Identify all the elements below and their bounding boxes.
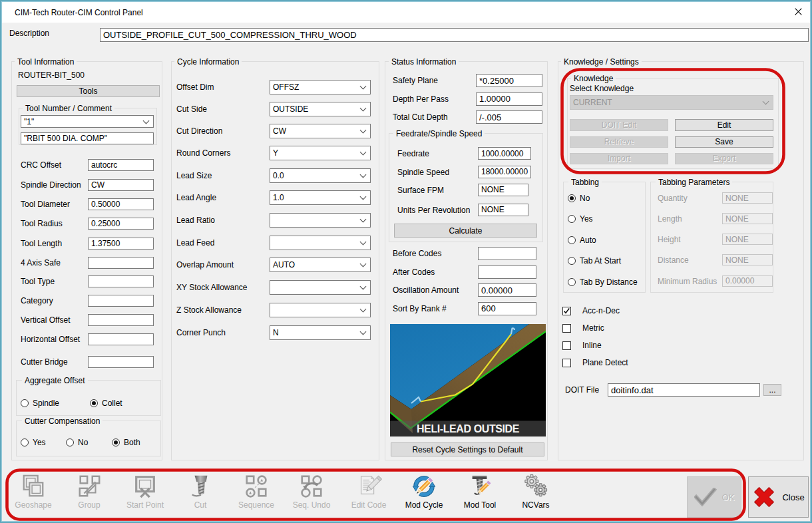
cycle-row-3-combo[interactable]: Y bbox=[270, 146, 371, 160]
knowledge-button-1[interactable]: Edit bbox=[675, 119, 773, 131]
chevron-down-icon bbox=[143, 117, 150, 124]
toolbar-item-sequence[interactable]: Sequence bbox=[228, 474, 284, 515]
tool-row-4-label: Tool Length bbox=[21, 239, 62, 248]
toolbar-item-mod-tool[interactable]: Mod Tool bbox=[452, 474, 508, 515]
status-bottom-2-input[interactable] bbox=[478, 283, 536, 297]
cycle-row-9-combo[interactable] bbox=[270, 280, 371, 295]
status-bottom-1-label: After Codes bbox=[393, 267, 435, 277]
knowledge-button-3[interactable]: Save bbox=[675, 136, 773, 148]
check-icon bbox=[562, 307, 571, 315]
tabbing-param-1-input[interactable] bbox=[722, 213, 773, 224]
tool-comment-input[interactable] bbox=[21, 132, 154, 144]
window-close-button[interactable] bbox=[790, 3, 806, 19]
cycle-row-4-label: Lead Size bbox=[176, 171, 212, 180]
status-top-1-input[interactable] bbox=[476, 92, 542, 106]
toolbar-item-seq-undo[interactable]: Seq. Undo bbox=[284, 474, 339, 515]
radio-no[interactable]: No bbox=[66, 438, 88, 447]
doit-file-input[interactable] bbox=[608, 383, 760, 397]
cycle-row-4-combo[interactable]: 0.0 bbox=[270, 168, 371, 183]
radio-collet-circle bbox=[90, 399, 98, 407]
doit-file-browse-button[interactable]: ... bbox=[763, 384, 781, 396]
tabbing-param-4-input[interactable] bbox=[722, 275, 773, 287]
tool-row-3-input[interactable] bbox=[88, 218, 154, 230]
description-input[interactable] bbox=[100, 28, 809, 42]
radio-tabbing-1[interactable]: Yes bbox=[568, 214, 593, 224]
tabbing-param-3-label: Distance bbox=[658, 256, 689, 265]
tabbing-param-2-input[interactable] bbox=[722, 234, 773, 245]
status-bottom-3-input[interactable] bbox=[478, 302, 536, 315]
knowledge-button-2[interactable]: Retrieve bbox=[570, 136, 668, 148]
calculate-button[interactable]: Calculate bbox=[394, 224, 537, 238]
status-top-0-input[interactable] bbox=[476, 74, 542, 87]
toolbar-item-label: Geoshape bbox=[15, 500, 51, 510]
status-top-2-input[interactable] bbox=[476, 110, 542, 124]
radio-tabbing-1-circle bbox=[568, 215, 576, 223]
status-bottom-0-input[interactable] bbox=[478, 247, 536, 260]
tool-row-7-label: Category bbox=[21, 296, 53, 305]
cycle-row-7-combo[interactable] bbox=[270, 236, 371, 250]
cycle-row-10-combo[interactable] bbox=[270, 303, 371, 317]
cycle-row-5-combo[interactable]: 1.0 bbox=[270, 190, 371, 205]
toolbar-item-cut[interactable]: Cut bbox=[172, 474, 228, 515]
toolbar-item-group[interactable]: Group bbox=[61, 474, 117, 515]
tool-row-6-label: Tool Type bbox=[21, 277, 55, 286]
checkbox-1[interactable]: Metric bbox=[562, 323, 604, 333]
radio-tabbing-4[interactable]: Tab By Distance bbox=[568, 277, 638, 287]
knowledge-button-5[interactable]: Export bbox=[675, 153, 773, 165]
select-knowledge-label: Select Knowledge bbox=[570, 84, 634, 93]
checkbox-3[interactable]: Plane Detect bbox=[562, 358, 628, 367]
checkbox-2[interactable]: Inline bbox=[562, 341, 602, 350]
tool-row-6-input[interactable] bbox=[88, 275, 154, 287]
close-button[interactable]: Close bbox=[748, 476, 809, 518]
checkbox-0[interactable]: Acc-n-Dec bbox=[562, 306, 620, 315]
chevron-down-icon bbox=[360, 283, 367, 289]
feedrate-row-0-input[interactable] bbox=[478, 147, 531, 160]
tool-row-7-input[interactable] bbox=[88, 295, 154, 307]
tool-number-combo[interactable]: "1" bbox=[21, 115, 154, 128]
radio-spindle[interactable]: Spindle bbox=[21, 399, 59, 408]
radio-tabbing-2[interactable]: Auto bbox=[568, 236, 596, 245]
cycle-row-8-combo[interactable]: AUTO bbox=[270, 258, 371, 272]
feedrate-row-1-input[interactable] bbox=[478, 166, 531, 178]
cycle-row-1-combo[interactable]: OUTSIDE bbox=[270, 102, 371, 116]
status-information-group-label: Status Information bbox=[389, 57, 459, 67]
cycle-row-2-combo[interactable]: CW bbox=[270, 124, 371, 138]
tools-button[interactable]: Tools bbox=[17, 85, 160, 97]
geoshape-icon bbox=[20, 474, 47, 499]
toolbar-item-start-point[interactable]: Start Point bbox=[117, 474, 173, 515]
tool-row-0-input[interactable] bbox=[88, 159, 154, 171]
knowledge-button-0[interactable]: DOIT Edit bbox=[570, 119, 668, 131]
toolbar-item-mod-cycle[interactable]: Mod Cycle bbox=[396, 474, 452, 515]
tabbing-param-3-input[interactable] bbox=[722, 254, 773, 265]
cycle-row-0-combo[interactable]: OFFSZ bbox=[270, 80, 371, 94]
feedrate-row-2-input[interactable] bbox=[478, 184, 528, 196]
tabbing-param-0-input[interactable] bbox=[722, 192, 773, 204]
status-bottom-1-input[interactable] bbox=[478, 265, 536, 279]
feedrate-row-3-input[interactable] bbox=[478, 204, 528, 216]
radio-collet[interactable]: Collet bbox=[90, 399, 122, 408]
tool-row-1-input[interactable] bbox=[88, 179, 154, 191]
cycle-preview-image: HELI-LEAD OUTSIDE bbox=[390, 324, 546, 436]
ok-button[interactable]: OK bbox=[687, 476, 741, 518]
cycle-row-6-combo[interactable] bbox=[270, 213, 371, 228]
tool-row-10-input[interactable] bbox=[88, 356, 154, 368]
status-bottom-0-label: Before Codes bbox=[393, 249, 441, 258]
toolbar-item-ncvars[interactable]: NCVars bbox=[508, 474, 564, 515]
tool-row-2-input[interactable] bbox=[88, 198, 154, 210]
radio-tabbing-3[interactable]: Tab At Start bbox=[568, 256, 621, 265]
cycle-row-10-label: Z Stock Allowance bbox=[176, 305, 242, 315]
tool-row-9-input[interactable] bbox=[88, 333, 154, 345]
tool-row-5-input[interactable] bbox=[88, 257, 154, 269]
tool-row-8-input[interactable] bbox=[88, 314, 154, 326]
select-knowledge-combo[interactable]: CURRENT bbox=[570, 95, 773, 110]
toolbar-item-geoshape[interactable]: Geoshape bbox=[5, 474, 61, 515]
radio-yes[interactable]: Yes bbox=[21, 438, 46, 447]
knowledge-button-4[interactable]: Import bbox=[570, 153, 668, 165]
reset-cycle-button[interactable]: Reset Cycle Settings to Default bbox=[391, 442, 544, 456]
select-knowledge-combo-value: CURRENT bbox=[573, 98, 612, 107]
radio-tabbing-0[interactable]: No bbox=[568, 194, 590, 203]
cycle-row-11-combo[interactable]: N bbox=[270, 325, 371, 340]
radio-both[interactable]: Both bbox=[112, 438, 140, 447]
toolbar-item-edit-code[interactable]: Edit Code bbox=[341, 474, 397, 515]
tool-row-4-input[interactable] bbox=[88, 238, 154, 250]
